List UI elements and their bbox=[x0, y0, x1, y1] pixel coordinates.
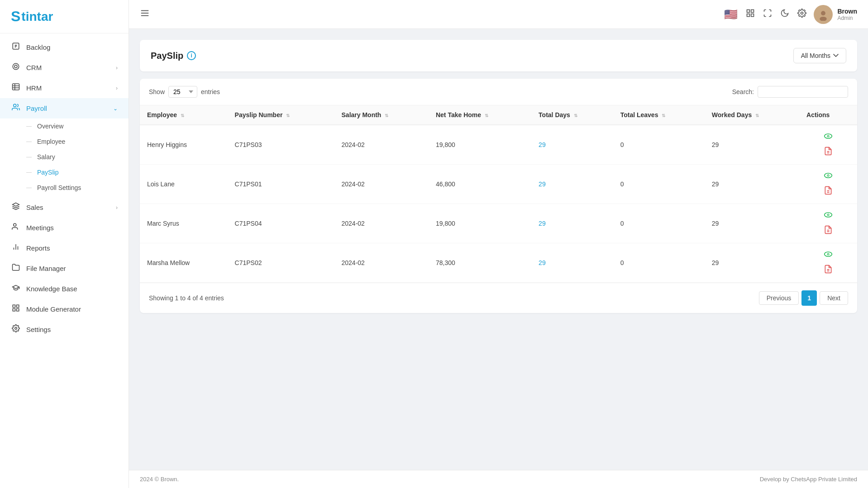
col-actions: Actions bbox=[799, 105, 857, 125]
dark-mode-icon[interactable] bbox=[780, 9, 789, 20]
sidebar-item-sales[interactable]: Sales › bbox=[0, 197, 129, 218]
sales-icon bbox=[11, 202, 21, 213]
col-worked-days[interactable]: Worked Days ⇅ bbox=[705, 105, 799, 125]
view-button-2[interactable] bbox=[824, 210, 833, 222]
col-payslip-number[interactable]: Payslip Number ⇅ bbox=[228, 105, 334, 125]
sidebar-item-crm[interactable]: CRM › bbox=[0, 57, 129, 78]
current-page[interactable]: 1 bbox=[801, 290, 817, 306]
view-button-0[interactable] bbox=[824, 132, 833, 143]
svg-rect-23 bbox=[747, 10, 750, 13]
view-button-1[interactable] bbox=[824, 171, 833, 182]
cell-employee-0: Henry Higgins bbox=[140, 125, 228, 165]
sidebar-item-payslip[interactable]: PaySlip bbox=[0, 165, 129, 180]
sidebar-nav: Backlog CRM › HRM › Payroll ⌄ bbox=[0, 33, 129, 488]
sidebar: Stintar Backlog CRM › HRM › bbox=[0, 0, 129, 488]
table-row: Lois Lane C71PS01 2024-02 46,800 29 0 29 bbox=[140, 165, 857, 204]
pdf-button-1[interactable] bbox=[824, 186, 833, 197]
search-input[interactable] bbox=[758, 86, 848, 98]
svg-rect-26 bbox=[751, 14, 754, 17]
cell-worked-days-0: 29 bbox=[705, 125, 799, 165]
sidebar-item-label-reports: Reports bbox=[26, 244, 118, 252]
cell-total-days-2: 29 bbox=[531, 204, 613, 243]
sort-net-take-home-icon: ⇅ bbox=[485, 113, 488, 118]
cell-worked-days-2: 29 bbox=[705, 204, 799, 243]
svg-point-11 bbox=[14, 223, 16, 226]
sidebar-item-salary[interactable]: Salary bbox=[0, 149, 129, 165]
sidebar-item-backlog[interactable]: Backlog bbox=[0, 37, 129, 57]
sales-arrow-icon: › bbox=[116, 204, 118, 211]
col-total-days[interactable]: Total Days ⇅ bbox=[531, 105, 613, 125]
svg-point-48 bbox=[828, 254, 829, 255]
view-button-3[interactable] bbox=[824, 250, 833, 261]
sidebar-item-hrm[interactable]: HRM › bbox=[0, 78, 129, 98]
sidebar-item-label-backlog: Backlog bbox=[26, 43, 118, 51]
cell-actions-1 bbox=[799, 165, 857, 204]
grid-icon[interactable] bbox=[746, 9, 755, 20]
sidebar-item-reports[interactable]: Reports bbox=[0, 238, 129, 258]
sidebar-item-employee[interactable]: Employee bbox=[0, 134, 129, 149]
sidebar-item-meetings[interactable]: Meetings bbox=[0, 218, 129, 238]
fullscreen-icon[interactable] bbox=[763, 9, 772, 20]
sidebar-item-label-hrm: HRM bbox=[26, 84, 110, 92]
module-generator-icon bbox=[11, 304, 21, 314]
knowledge-base-icon bbox=[11, 284, 21, 294]
svg-point-10 bbox=[14, 104, 16, 107]
cell-net-take-home-0: 19,800 bbox=[429, 125, 531, 165]
svg-rect-18 bbox=[17, 309, 19, 311]
entries-select[interactable]: 25 10 50 100 bbox=[168, 86, 197, 98]
table-controls: Show 25 10 50 100 entries Search: bbox=[140, 79, 857, 105]
sidebar-item-payroll[interactable]: Payroll ⌄ bbox=[0, 98, 129, 118]
settings-header-icon[interactable] bbox=[797, 9, 806, 20]
payroll-arrow-icon: ⌄ bbox=[113, 105, 118, 112]
sort-payslip-icon: ⇅ bbox=[286, 113, 290, 118]
sidebar-item-payroll-settings[interactable]: Payroll Settings bbox=[0, 180, 129, 195]
sidebar-item-file-manager[interactable]: File Manager bbox=[0, 258, 129, 279]
sidebar-item-knowledge-base[interactable]: Knowledge Base bbox=[0, 279, 129, 299]
meetings-icon bbox=[11, 223, 21, 233]
all-months-filter-button[interactable]: All Months bbox=[793, 48, 846, 63]
page-title-row: PaySlip i bbox=[151, 51, 196, 61]
developer-text: Develop by ChetsApp Private Limited bbox=[760, 476, 857, 483]
pdf-button-3[interactable] bbox=[824, 265, 833, 276]
user-menu[interactable]: Brown Admin bbox=[814, 5, 857, 24]
info-icon[interactable]: i bbox=[187, 51, 196, 60]
pdf-button-0[interactable] bbox=[824, 147, 833, 158]
user-name: Brown bbox=[837, 8, 857, 15]
col-total-leaves[interactable]: Total Leaves ⇅ bbox=[613, 105, 705, 125]
language-selector[interactable]: 🇺🇸 bbox=[724, 8, 738, 21]
col-employee[interactable]: Employee ⇅ bbox=[140, 105, 228, 125]
table-row: Henry Higgins C71PS03 2024-02 19,800 29 … bbox=[140, 125, 857, 165]
cell-payslip-number-1: C71PS01 bbox=[228, 165, 334, 204]
cell-total-days-3: 29 bbox=[531, 243, 613, 283]
header-icons: 🇺🇸 bbox=[724, 8, 806, 21]
sidebar-item-module-generator[interactable]: Module Generator bbox=[0, 299, 129, 319]
user-role: Admin bbox=[837, 15, 857, 21]
col-salary-month[interactable]: Salary Month ⇅ bbox=[334, 105, 429, 125]
svg-point-27 bbox=[801, 12, 803, 14]
cell-worked-days-3: 29 bbox=[705, 243, 799, 283]
cell-net-take-home-1: 46,800 bbox=[429, 165, 531, 204]
pdf-button-2[interactable] bbox=[824, 225, 833, 237]
table-footer: Showing 1 to 4 of 4 entries Previous 1 N… bbox=[140, 283, 857, 313]
cell-total-leaves-3: 0 bbox=[613, 243, 705, 283]
next-button[interactable]: Next bbox=[820, 291, 848, 305]
menu-toggle-button[interactable] bbox=[140, 8, 150, 20]
pagination: Previous 1 Next bbox=[759, 290, 848, 306]
sort-employee-icon: ⇅ bbox=[181, 113, 184, 118]
cell-payslip-number-2: C71PS04 bbox=[228, 204, 334, 243]
previous-button[interactable]: Previous bbox=[759, 291, 799, 305]
svg-point-38 bbox=[828, 175, 829, 176]
sidebar-item-overview[interactable]: Overview bbox=[0, 118, 129, 134]
svg-rect-6 bbox=[13, 84, 19, 90]
sort-total-leaves-icon: ⇅ bbox=[662, 113, 665, 118]
table-body: Henry Higgins C71PS03 2024-02 19,800 29 … bbox=[140, 125, 857, 283]
col-net-take-home[interactable]: Net Take Home ⇅ bbox=[429, 105, 531, 125]
payslip-table-card: Show 25 10 50 100 entries Search: bbox=[140, 79, 857, 313]
crm-arrow-icon: › bbox=[116, 65, 118, 71]
sidebar-item-settings[interactable]: Settings bbox=[0, 319, 129, 340]
sort-total-days-icon: ⇅ bbox=[574, 113, 577, 118]
logo[interactable]: Stintar bbox=[11, 8, 118, 25]
cell-total-leaves-1: 0 bbox=[613, 165, 705, 204]
cell-net-take-home-2: 19,800 bbox=[429, 204, 531, 243]
sidebar-item-label-module-generator: Module Generator bbox=[26, 305, 118, 313]
